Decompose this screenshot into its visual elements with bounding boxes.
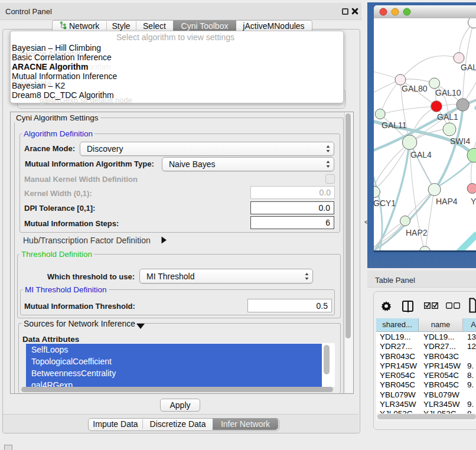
svg-text:GAL1: GAL1	[437, 112, 458, 122]
svg-text:Y: Y	[471, 197, 476, 206]
svg-text:HAP4: HAP4	[436, 197, 458, 206]
svg-text:SWI4: SWI4	[450, 136, 470, 146]
svg-text:GAL4: GAL4	[410, 150, 432, 159]
svg-text:GAL10: GAL10	[435, 88, 461, 97]
svg-text:HAP2: HAP2	[406, 228, 428, 237]
svg-text:GAL80: GAL80	[402, 84, 428, 93]
svg-text:GAL7: GAL7	[461, 63, 476, 72]
svg-text:GAL11: GAL11	[382, 120, 407, 130]
svg-text:GCY1: GCY1	[374, 198, 396, 208]
